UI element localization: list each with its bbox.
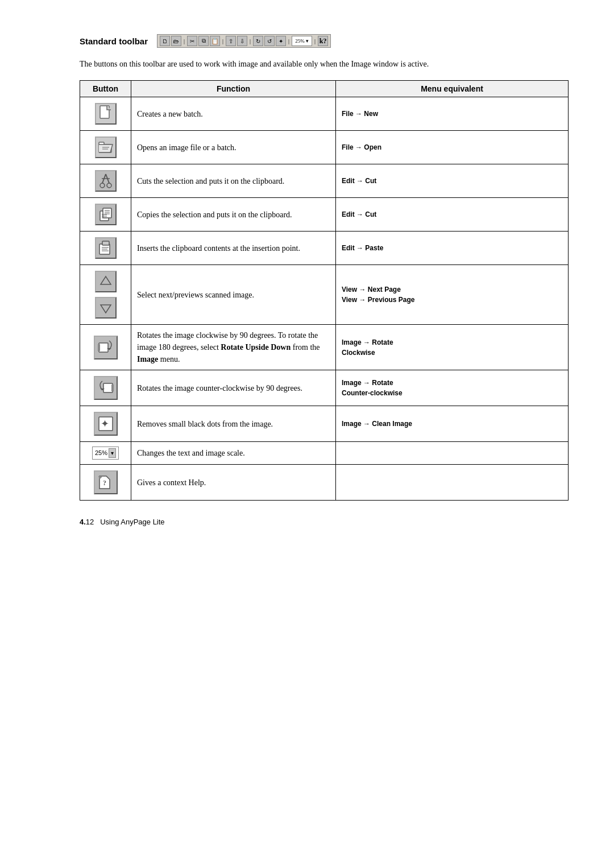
svg-point-5 bbox=[100, 183, 105, 188]
menu-rotate-cw: Image → RotateClockwise bbox=[336, 325, 569, 370]
tb-sep5: | bbox=[313, 38, 317, 44]
svg-rect-25 bbox=[99, 343, 108, 352]
menu-open: File → Open bbox=[336, 131, 569, 164]
svg-text:✦: ✦ bbox=[101, 418, 109, 429]
menu-copy: Edit → Cut bbox=[336, 198, 569, 232]
tb-up: ⇧ bbox=[226, 36, 236, 46]
tb-cut: ✂ bbox=[187, 36, 197, 46]
intro-text: The buttons on this toolbar are used to … bbox=[80, 58, 569, 70]
function-rotate-cw: Rotates the image clockwise by 90 degree… bbox=[131, 325, 336, 370]
function-clean: Removes small black dots from the image. bbox=[131, 406, 336, 442]
menu-cut: Edit → Cut bbox=[336, 164, 569, 198]
function-paste: Inserts the clipboard contents at the in… bbox=[131, 232, 336, 265]
tb-sep4: | bbox=[287, 38, 291, 44]
page-header: Standard toolbar 🗋 🗁 | ✂ ⧉ 📋 | ⇧ ⇩ | ↻ ↺… bbox=[80, 34, 569, 48]
btn-icon-help: ? bbox=[94, 470, 118, 494]
btn-icon-cut bbox=[95, 170, 117, 192]
tb-sep2: | bbox=[221, 38, 225, 44]
btn-icon-nextprev bbox=[86, 270, 125, 320]
menu-clean: Image → Clean Image bbox=[336, 406, 569, 442]
svg-rect-26 bbox=[98, 344, 100, 351]
tb-scale: 25% ▾ bbox=[292, 36, 312, 46]
function-copy: Copies the selection and puts it on the … bbox=[131, 198, 336, 232]
menu-nextprev: View → Next PageView → Previous Page bbox=[336, 265, 569, 325]
function-help: Gives a context Help. bbox=[131, 465, 336, 501]
function-nextprev: Select next/previews scanned image. bbox=[131, 265, 336, 325]
svg-rect-29 bbox=[111, 385, 114, 391]
toolbar-preview: 🗋 🗁 | ✂ ⧉ 📋 | ⇧ ⇩ | ↻ ↺ ✦ | 25% ▾ | k? bbox=[157, 34, 331, 48]
table-row: Creates a new batch. File → New bbox=[80, 97, 569, 131]
table-row: Select next/previews scanned image. View… bbox=[80, 265, 569, 325]
function-scale: Changes the text and image scale. bbox=[131, 442, 336, 465]
bold-image: Image bbox=[137, 355, 158, 363]
tb-copy: ⧉ bbox=[198, 36, 209, 46]
btn-icon-open bbox=[95, 137, 117, 158]
table-row: Rotates the image counter-clockwise by 9… bbox=[80, 370, 569, 406]
toolbar-table: Button Function Menu equivalent Creates … bbox=[80, 80, 569, 501]
tb-new: 🗋 bbox=[160, 36, 170, 46]
tb-sep3: | bbox=[248, 38, 252, 44]
menu-rotate-ccw: Image → RotateCounter-clockwise bbox=[336, 370, 569, 406]
menu-paste: Edit → Paste bbox=[336, 232, 569, 265]
page-number: 4.12 Using AnyPage Lite bbox=[80, 518, 165, 526]
table-row: ✦ Removes small black dots from the imag… bbox=[80, 406, 569, 442]
tb-clean: ✦ bbox=[276, 36, 286, 46]
section-title: Standard toolbar bbox=[80, 36, 148, 46]
menu-help bbox=[336, 465, 569, 501]
table-row: 25% ▾ Changes the text and image scale. bbox=[80, 442, 569, 465]
table-row: Rotates the image clockwise by 90 degree… bbox=[80, 325, 569, 370]
table-row: Cuts the selection and puts it on the cl… bbox=[80, 164, 569, 198]
btn-icon-rotate-cw bbox=[94, 336, 118, 359]
svg-rect-19 bbox=[102, 241, 109, 245]
table-row: ? Gives a context Help. bbox=[80, 465, 569, 501]
col-button: Button bbox=[80, 81, 131, 97]
svg-text:?: ? bbox=[103, 479, 106, 487]
scale-dropdown-arrow: ▾ bbox=[109, 448, 116, 458]
svg-marker-24 bbox=[101, 305, 111, 313]
table-row: Opens an image file or a batch. File → O… bbox=[80, 131, 569, 164]
bold-rotate: Rotate Upside Down bbox=[221, 343, 291, 352]
tb-rot-cw: ↻ bbox=[253, 36, 263, 46]
scale-value: 25% bbox=[95, 448, 107, 458]
btn-icon-new bbox=[95, 103, 117, 125]
btn-icon-rotate-ccw bbox=[94, 376, 118, 400]
function-rotate-ccw: Rotates the image counter-clockwise by 9… bbox=[131, 370, 336, 406]
tb-rot-ccw: ↺ bbox=[264, 36, 275, 46]
tb-down: ⇩ bbox=[237, 36, 247, 46]
btn-icon-clean: ✦ bbox=[94, 412, 118, 436]
svg-marker-23 bbox=[101, 276, 111, 284]
btn-icon-copy bbox=[95, 204, 117, 225]
function-new: Creates a new batch. bbox=[131, 97, 336, 131]
page-footer: 4.12 Using AnyPage Lite bbox=[80, 518, 569, 526]
tb-open: 🗁 bbox=[171, 36, 181, 46]
btn-icon-paste bbox=[95, 237, 117, 259]
table-row: Copies the selection and puts it on the … bbox=[80, 198, 569, 232]
btn-icon-scale: 25% ▾ bbox=[92, 447, 119, 460]
svg-rect-28 bbox=[103, 383, 113, 392]
function-open: Opens an image file or a batch. bbox=[131, 131, 336, 164]
tb-sep1: | bbox=[182, 38, 186, 44]
function-cut: Cuts the selection and puts it on the cl… bbox=[131, 164, 336, 198]
menu-new: File → New bbox=[336, 97, 569, 131]
menu-scale bbox=[336, 442, 569, 465]
col-function: Function bbox=[131, 81, 336, 97]
col-menu: Menu equivalent bbox=[336, 81, 569, 97]
svg-point-6 bbox=[107, 183, 111, 188]
table-row: Inserts the clipboard contents at the in… bbox=[80, 232, 569, 265]
tb-help: k? bbox=[318, 36, 328, 46]
tb-paste: 📋 bbox=[210, 36, 220, 46]
